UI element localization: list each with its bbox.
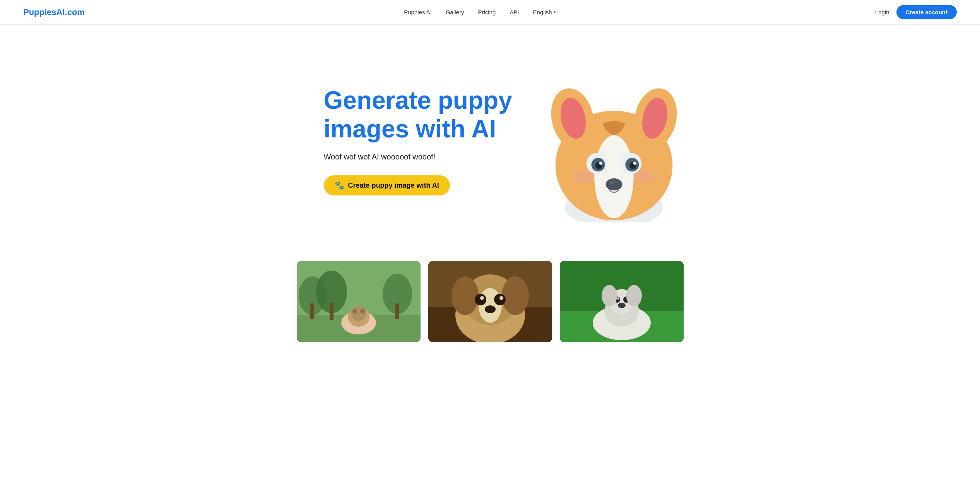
navbar: PuppiesAI.com Puppies AI Gallery Pricing… — [0, 0, 980, 25]
svg-point-2 — [594, 135, 634, 218]
create-puppy-label: Create puppy image with AI — [348, 182, 439, 190]
gallery-image-1 — [297, 261, 421, 342]
create-puppy-button[interactable]: 🐾 Create puppy image with AI — [324, 175, 450, 195]
svg-point-42 — [480, 296, 484, 300]
chevron-down-icon: ▾ — [554, 10, 556, 15]
svg-point-55 — [602, 285, 617, 307]
svg-point-40 — [475, 294, 486, 305]
language-label: English — [533, 9, 552, 15]
gallery-image-3 — [560, 261, 684, 342]
hero-illustration — [525, 60, 703, 222]
svg-point-41 — [494, 294, 506, 305]
hero-title: Generate puppy images with AI — [324, 86, 525, 143]
nav-item-api[interactable]: API — [510, 9, 519, 15]
svg-rect-23 — [310, 303, 314, 319]
svg-point-17 — [573, 170, 594, 183]
hero-text-block: Generate puppy images with AI Woof wof w… — [324, 86, 525, 195]
svg-point-38 — [452, 276, 479, 315]
svg-point-43 — [499, 296, 503, 300]
gallery-section — [0, 249, 980, 354]
svg-point-32 — [360, 309, 365, 314]
svg-point-14 — [633, 162, 636, 165]
language-selector[interactable]: English ▾ — [533, 9, 556, 15]
svg-point-54 — [618, 303, 626, 308]
hero-section: Generate puppy images with AI Woof wof w… — [0, 25, 980, 249]
nav-actions: Login Create account — [875, 5, 957, 19]
nav-item-puppies-ai[interactable]: Puppies AI — [404, 9, 432, 15]
site-logo[interactable]: PuppiesAI.com — [23, 7, 85, 17]
svg-point-15 — [605, 178, 622, 190]
svg-point-13 — [599, 162, 602, 165]
nav-item-gallery[interactable]: Gallery — [446, 9, 464, 15]
svg-point-30 — [351, 305, 366, 321]
gallery-image-2 — [428, 261, 552, 342]
svg-point-56 — [626, 285, 642, 307]
paw-icon: 🐾 — [335, 181, 344, 190]
nav-links: Puppies AI Gallery Pricing API English ▾ — [404, 9, 556, 15]
nav-item-pricing[interactable]: Pricing — [478, 9, 496, 15]
svg-rect-25 — [330, 303, 334, 320]
svg-point-18 — [633, 170, 655, 183]
svg-point-31 — [352, 309, 357, 314]
svg-point-16 — [609, 182, 614, 185]
svg-point-39 — [502, 276, 529, 315]
svg-rect-27 — [395, 303, 399, 319]
svg-point-44 — [485, 305, 496, 313]
create-account-button[interactable]: Create account — [896, 5, 957, 19]
hero-subtitle: Woof wof wof AI wooooof wooof! — [324, 152, 525, 161]
svg-point-52 — [617, 297, 619, 300]
login-button[interactable]: Login — [875, 9, 889, 15]
corgi-image — [540, 60, 688, 222]
